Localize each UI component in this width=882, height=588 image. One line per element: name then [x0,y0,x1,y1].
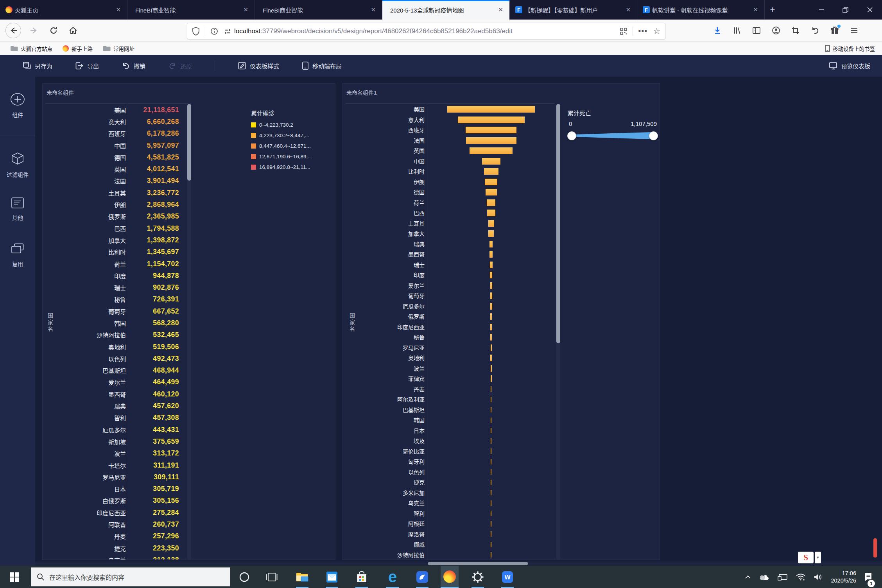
tab-close-icon[interactable]: ✕ [368,5,378,14]
bookmark-folder-firefox-official[interactable]: 火狐官方站点 [10,45,52,52]
snip-edge-handle[interactable] [873,538,877,558]
slider-left-handle[interactable] [567,131,576,140]
downloads-icon[interactable] [711,24,724,37]
bar-row[interactable]: 乌克兰 [342,498,557,508]
bar-row[interactable]: 中国 [342,156,557,167]
speaker-icon[interactable] [814,573,823,581]
start-button[interactable] [5,566,23,588]
edge-icon[interactable]: e [384,566,402,588]
slider-right-handle[interactable] [649,131,658,140]
permissions-icon[interactable] [224,28,231,35]
snip-tool-button[interactable]: S [798,552,814,563]
bar-row[interactable]: 奥地利 [342,353,557,363]
bar-row[interactable]: 罗马尼亚 [342,342,557,353]
table-row[interactable]: 伊朗2,868,964 [42,199,188,210]
table-row[interactable]: 捷克223,350 [42,542,188,554]
bar-row[interactable]: 巴西 [342,208,557,218]
file-explorer-icon[interactable] [293,566,311,588]
bar-row[interactable]: 荷兰 [342,197,557,208]
reload-button[interactable] [47,24,60,37]
bar-row[interactable]: 法国 [342,135,557,146]
table-row[interactable]: 美国21,118,651 [42,104,188,116]
settings-gear-icon[interactable] [469,566,487,588]
table-row[interactable]: 印度944,878 [42,270,188,281]
tracking-shield-icon[interactable] [192,27,200,36]
bar-row[interactable]: 意大利 [342,115,557,125]
table-row[interactable]: 葡萄牙667,652 [42,305,188,317]
bar-row[interactable]: 比利时 [342,166,557,177]
qr-code-icon[interactable] [620,27,627,35]
table-row[interactable]: 巴基斯坦468,944 [42,365,188,376]
table-row[interactable]: 墨西哥460,120 [42,388,188,400]
bookmark-folder-common-sites[interactable]: 常用网址 [103,45,134,52]
bar-row[interactable]: 菲律宾 [342,373,557,384]
tab-firefox-home[interactable]: 火狐主页 ✕ [0,0,127,20]
bar-row[interactable]: 伊朗 [342,177,557,187]
bar-row[interactable]: 波兰 [342,363,557,374]
sidebars-icon[interactable] [750,24,763,37]
undo-button[interactable]: 撤销 [122,61,145,70]
bar-row[interactable]: 韩国 [342,415,557,425]
onedrive-cloud-icon[interactable] [759,573,770,581]
bar-row[interactable]: 日本 [342,425,557,436]
bar-row[interactable]: 巴基斯坦 [342,405,557,415]
site-info-icon[interactable] [210,27,218,35]
preview-dashboard-button[interactable]: 预览仪表板 [829,61,870,70]
minimize-button[interactable] [809,0,834,20]
table-row[interactable]: 荷兰1,154,702 [42,258,188,270]
whats-new-gift-icon[interactable] [828,24,841,37]
undo-arrow-icon[interactable] [808,24,822,37]
table-row[interactable]: 英国4,012,541 [42,163,188,175]
bar-row[interactable]: 厄瓜多尔 [342,301,557,312]
save-as-button[interactable]: 另存为 [23,61,52,70]
table-row[interactable]: 印度尼西亚275,284 [42,507,188,518]
bar-row[interactable]: 瑞典 [342,239,557,249]
table-row[interactable]: 韩国568,280 [42,317,188,329]
display-device-icon[interactable] [778,573,788,581]
legend-item[interactable]: 16,894,920.8~21,11... [251,162,311,172]
table-row[interactable]: 厄瓜多尔443,431 [42,424,188,436]
sidebar-item-reuse[interactable]: 复用 [0,243,35,268]
page-actions-icon[interactable]: ••• [638,27,647,36]
table-row[interactable]: 瑞典457,620 [42,400,188,412]
table-row[interactable]: 阿联酋260,737 [42,518,188,530]
bar-row[interactable]: 印度尼西亚 [342,322,557,332]
tab-finebi-2[interactable]: FineBI商业智能 ✕ [255,0,382,20]
table-row[interactable]: 日本305,719 [42,483,188,495]
restore-button[interactable] [834,0,858,20]
bar-row[interactable]: 印度 [342,270,557,280]
screenshot-crop-icon[interactable] [789,24,802,37]
bar-row[interactable]: 捷克 [342,477,557,488]
tab-finebi-1[interactable]: FineBI商业智能 ✕ [127,0,255,20]
table-row[interactable]: 德国4,581,825 [42,151,188,163]
table-row[interactable]: 波兰313,172 [42,448,188,459]
table-row[interactable]: 中国5,957,097 [42,140,188,151]
confirmed-cases-table[interactable]: 美国21,118,651意大利6,660,268西班牙6,178,286中国5,… [42,104,188,559]
mail-icon[interactable] [323,566,341,588]
tab-close-icon[interactable]: ✕ [623,5,633,14]
close-button[interactable] [858,0,882,20]
table-row[interactable]: 意大利6,660,268 [42,116,188,127]
table-row[interactable]: 以色列492,473 [42,353,188,364]
table-row[interactable]: 西班牙6,178,286 [42,128,188,140]
tab-close-icon[interactable]: ✕ [496,5,506,14]
deaths-bar-chart[interactable]: 美国意大利西班牙法国英国中国比利时伊朗德国荷兰巴西土耳其加拿大瑞典墨西哥瑞士印度… [342,104,557,559]
ms-store-icon[interactable] [353,566,371,588]
bar-row[interactable]: 阿尔及利亚 [342,394,557,405]
mobile-bookmarks[interactable]: 移动设备上的书签 [825,45,875,52]
sidebar-item-components[interactable]: 组件 [0,93,35,118]
bar-row[interactable]: 秘鲁 [342,332,557,342]
legend-item[interactable]: 12,671,190.6~16,89... [251,151,311,162]
bar-row[interactable]: 俄罗斯 [342,311,557,322]
snip-tool-dropdown[interactable]: ▼ [815,552,821,563]
bar-row[interactable]: 英国 [342,145,557,156]
bar-row[interactable]: 瑞士 [342,260,557,270]
export-button[interactable]: 导出 [75,61,99,70]
tab-covid-map-active[interactable]: 2020-5-13全球新冠疫情地图 ✕ [382,0,510,20]
library-icon[interactable] [730,24,744,37]
bar-row[interactable]: 沙特阿拉伯 [342,550,557,560]
redo-button[interactable]: 还原 [168,61,192,70]
table-row[interactable]: 土耳其3,236,772 [42,187,188,199]
table-row[interactable]: 智利457,308 [42,412,188,424]
taskbar-clock[interactable]: 17:06 2020/5/26 [831,570,856,584]
